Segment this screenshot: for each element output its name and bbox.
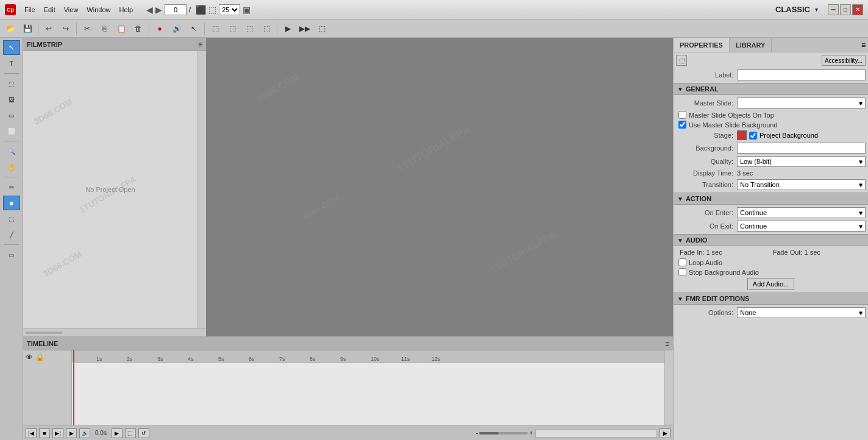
timeline-scrollbar-v[interactable] <box>664 350 673 425</box>
maximize-button[interactable]: □ <box>840 4 851 15</box>
play-button[interactable]: ▶ <box>66 428 77 438</box>
project-bg-checkbox[interactable] <box>749 132 757 140</box>
menu-file[interactable]: File <box>21 5 39 15</box>
master-objects-checkbox[interactable] <box>678 111 686 119</box>
undo-button[interactable]: ↩ <box>41 21 57 36</box>
ungroup-button[interactable]: ⬚ <box>224 21 240 36</box>
hand-tool[interactable]: ✋ <box>3 160 20 174</box>
zoom-in-icon[interactable]: + <box>529 430 533 436</box>
label-input[interactable] <box>737 69 866 80</box>
cut-button[interactable]: ✂ <box>79 21 95 36</box>
redo-button[interactable]: ↪ <box>58 21 74 36</box>
master-objects-checkbox-row: Master Slide Objects On Top <box>676 111 866 119</box>
minimize-button[interactable]: ─ <box>828 4 839 15</box>
add-audio-button[interactable]: Add Audio... <box>747 278 794 290</box>
ruler-10s: 10s <box>371 356 380 362</box>
stage-color-picker[interactable] <box>737 130 747 140</box>
on-exit-select[interactable]: Continue ▾ <box>737 221 866 232</box>
stage-label-text: Stage: <box>676 132 737 139</box>
timeline-scrollbar-h[interactable] <box>535 429 657 438</box>
timeline-menu-button[interactable]: ≡ <box>666 340 669 347</box>
transition-value: No Transition <box>740 181 780 188</box>
click-box-tool[interactable]: ⬜ <box>3 124 20 138</box>
fmr-options-select[interactable]: None ▾ <box>737 307 866 318</box>
publish-button[interactable]: ⬚ <box>314 21 330 36</box>
line-tool[interactable]: ╱ <box>3 227 20 242</box>
shape-tool[interactable]: ⬚ <box>3 76 20 91</box>
transition-select[interactable]: No Transition ▾ <box>737 179 866 190</box>
master-slide-select[interactable]: ▾ <box>737 98 866 108</box>
tab-properties[interactable]: PROPERTIES <box>674 38 730 52</box>
group-button[interactable]: ⬚ <box>207 21 223 36</box>
fit-button[interactable]: ⬚ <box>125 428 136 438</box>
pointer-button[interactable]: ↖ <box>186 21 202 36</box>
zoom-tool[interactable]: 🔍 <box>3 144 20 158</box>
display-time-value: 3 sec <box>737 169 753 177</box>
timeline-scroll-right[interactable]: ▶ <box>660 428 671 438</box>
section-fmr-edit[interactable]: ▼ FMR EDIT OPTIONS <box>674 293 868 305</box>
record-button[interactable]: ● <box>152 21 168 36</box>
menu-view[interactable]: View <box>60 5 82 15</box>
section-general[interactable]: ▼ GENERAL <box>674 83 868 95</box>
timeline-eye-icon[interactable]: 👁 <box>26 353 33 361</box>
background-input[interactable] <box>737 143 866 154</box>
audio-toggle[interactable]: 🔊 <box>79 428 90 438</box>
timeline-lock-icon[interactable]: 🔒 <box>35 353 44 361</box>
fill-tool[interactable]: ■ <box>3 196 20 210</box>
eraser-tool[interactable]: ⬚ <box>3 211 20 226</box>
go-to-start-button[interactable]: |◀ <box>26 428 37 438</box>
frame-input[interactable]: 0 <box>165 4 187 15</box>
section-action[interactable]: ▼ ACTION <box>674 193 868 205</box>
transition-label: Transition: <box>676 181 737 188</box>
timeline-controls: |◀ ■ ▶| ▶ 🔊 0.0s ▶ ⬚ ↺ - + ▶ <box>23 425 673 440</box>
pen-tool[interactable]: ✏ <box>3 180 20 194</box>
go-to-end-button[interactable]: ▶| <box>52 428 63 438</box>
distribute-button[interactable]: ⬚ <box>258 21 274 36</box>
fps-select[interactable]: 25 <box>219 4 240 15</box>
highlight-tool[interactable]: ▭ <box>3 108 20 122</box>
image-tool[interactable]: 🖼 <box>3 92 20 107</box>
sync-button[interactable]: ↺ <box>138 428 149 438</box>
zoom-out-icon[interactable]: - <box>476 430 478 436</box>
menu-help[interactable]: Help <box>115 5 137 15</box>
section-audio[interactable]: ▼ AUDIO <box>674 234 868 246</box>
timeline-tracks[interactable] <box>72 363 664 425</box>
save-button[interactable]: 💾 <box>20 21 35 36</box>
quality-row: Quality: Low (8-bit) ▾ <box>676 156 866 167</box>
delete-button[interactable]: 🗑 <box>130 21 146 36</box>
playhead[interactable] <box>73 363 74 425</box>
slide-icon[interactable]: ⬚ <box>676 55 687 66</box>
menu-edit[interactable]: Edit <box>40 5 59 15</box>
rectangle-tool[interactable]: ▭ <box>3 247 20 262</box>
ruler-7s: 7s <box>279 356 285 362</box>
loop-audio-label: Loop Audio <box>689 259 722 266</box>
stop-button[interactable]: ■ <box>39 428 50 438</box>
on-enter-select[interactable]: Continue ▾ <box>737 207 866 218</box>
copy-button[interactable]: ⎘ <box>96 21 112 36</box>
audio-button[interactable]: 🔊 <box>169 21 185 36</box>
loop-audio-checkbox[interactable] <box>678 258 686 266</box>
quality-select[interactable]: Low (8-bit) ▾ <box>737 156 866 167</box>
timeline-title: TIMELINE <box>27 340 58 347</box>
use-master-bg-checkbox[interactable] <box>678 121 686 129</box>
preview2-button[interactable]: ▶▶ <box>297 21 313 36</box>
tab-library[interactable]: LIBRARY <box>730 38 772 52</box>
text-tool[interactable]: T <box>3 56 20 71</box>
ruler-5s: 5s <box>218 356 224 362</box>
open-button[interactable]: 📂 <box>2 21 18 36</box>
canvas-area[interactable]: 3D66.COM 1TUTORIALFPA 3D66.COM 1TUTORIAL… <box>206 38 673 336</box>
play-here-button[interactable]: ▶ <box>112 428 123 438</box>
preview-button[interactable]: ▶ <box>280 21 296 36</box>
close-button[interactable]: ✕ <box>852 4 863 15</box>
filmstrip-menu-button[interactable]: ≡ <box>198 40 202 49</box>
select-tool[interactable]: ↖ <box>3 40 20 55</box>
accessibility-button[interactable]: Accessibility... <box>822 55 866 66</box>
align-button[interactable]: ⬚ <box>241 21 257 36</box>
filmstrip-scrollbar[interactable] <box>197 51 206 328</box>
filmstrip-scrollbar-h[interactable] <box>23 328 206 336</box>
stop-bg-audio-checkbox[interactable] <box>678 268 686 276</box>
panel-menu-button[interactable]: ≡ <box>861 41 866 49</box>
workspace-dropdown-arrow[interactable]: ▾ <box>815 6 818 13</box>
menu-window[interactable]: Window <box>83 5 114 15</box>
paste-button[interactable]: 📋 <box>113 21 129 36</box>
